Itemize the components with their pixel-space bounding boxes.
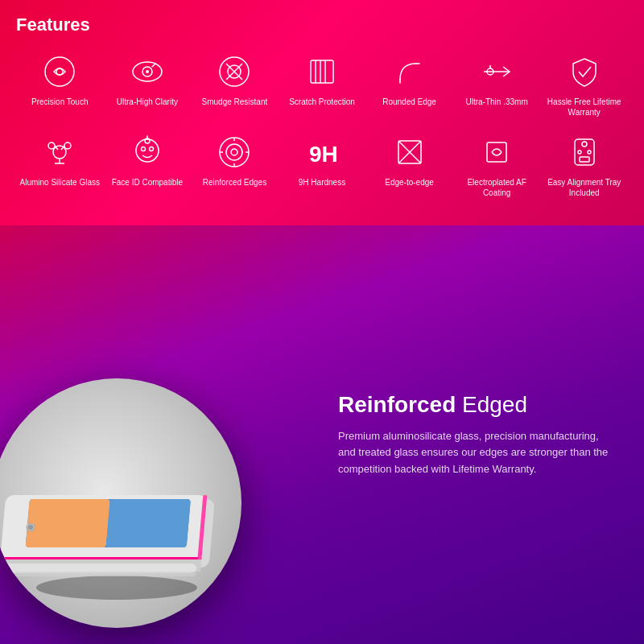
clarity-icon <box>127 52 167 92</box>
smudge-icon <box>214 52 254 92</box>
9h-label: 9H Hardness <box>299 177 345 188</box>
precision-touch-icon <box>39 52 80 92</box>
top-section: Features Precision Touch <box>0 0 644 225</box>
svg-point-23 <box>136 139 159 162</box>
svg-point-42 <box>588 151 591 154</box>
reinforced-label: Reinforced Edges <box>203 177 267 188</box>
reinforced-description: Premium aluminosilicate glass, precision… <box>338 428 612 478</box>
svg-text:9H: 9H <box>309 142 338 167</box>
svg-rect-38 <box>487 142 506 162</box>
glass-icon <box>39 132 80 172</box>
bottom-section: Reinforced Edged Premium aluminosilicate… <box>0 225 644 644</box>
clarity-label: Ultra-High Clarity <box>117 97 178 107</box>
svg-rect-48 <box>26 499 110 547</box>
tablet-side-svg <box>0 378 242 628</box>
feature-faceid: Face ID Compatible <box>104 129 192 201</box>
svg-point-16 <box>53 146 66 159</box>
feature-reinforced: Reinforced Edges <box>191 129 279 201</box>
main-container: Features Precision Touch <box>0 0 644 644</box>
svg-point-18 <box>64 142 71 149</box>
edge-label: Edge-to-edge <box>385 177 434 188</box>
features-title: Features <box>16 14 628 35</box>
warranty-icon <box>564 52 605 92</box>
features-grid-row1: Precision Touch Ultra-High Clarity <box>16 48 628 121</box>
feature-tray: Easy Alignment Tray Included <box>540 129 628 201</box>
rounded-icon <box>390 52 430 92</box>
reinforced-icon <box>214 132 254 172</box>
coating-icon <box>477 132 517 172</box>
warranty-label: Hassle Free Lifetime Warranty <box>542 97 626 118</box>
feature-rounded: Rounded Edge <box>365 48 453 121</box>
bottom-text-content: Reinforced Edged Premium aluminosilicate… <box>338 391 612 478</box>
coating-label: Electroplated AF Coating <box>455 177 539 198</box>
device-circle <box>0 378 242 628</box>
thin-label: Ultra-Thin .33mm <box>466 97 528 107</box>
svg-point-44 <box>36 576 197 600</box>
svg-rect-9 <box>311 60 333 83</box>
feature-9h: 9H 9H Hardness <box>279 129 366 201</box>
svg-point-1 <box>56 68 63 75</box>
svg-point-41 <box>578 151 581 154</box>
reinforced-heading: Reinforced Edged <box>338 391 612 419</box>
svg-point-40 <box>582 142 587 147</box>
svg-point-53 <box>28 525 33 530</box>
svg-point-0 <box>45 57 74 86</box>
svg-rect-49 <box>106 499 191 547</box>
svg-point-25 <box>149 147 153 151</box>
svg-rect-56 <box>0 572 196 576</box>
svg-point-17 <box>48 142 55 149</box>
9h-icon: 9H <box>302 132 342 172</box>
svg-rect-43 <box>580 157 589 162</box>
svg-point-4 <box>146 70 149 73</box>
svg-point-24 <box>141 147 145 151</box>
precision-touch-label: Precision Touch <box>31 97 88 107</box>
rounded-label: Rounded Edge <box>382 97 436 107</box>
reinforced-bold: Reinforced <box>338 392 456 417</box>
feature-coating: Electroplated AF Coating <box>453 129 541 201</box>
faceid-label: Face ID Compatible <box>112 177 183 188</box>
svg-point-29 <box>231 149 237 155</box>
svg-point-27 <box>220 138 249 167</box>
thin-icon <box>477 52 517 92</box>
feature-glass: Alumino Silicate Glass <box>16 129 104 201</box>
feature-clarity: Ultra-High Clarity <box>104 48 192 121</box>
faceid-icon <box>127 132 167 172</box>
reinforced-light: Edged <box>456 392 527 417</box>
feature-scratch: Scratch Protection <box>279 48 366 121</box>
feature-edge: Edge-to-edge <box>365 129 453 201</box>
feature-thin: Ultra-Thin .33mm <box>453 48 541 121</box>
features-grid-row2: Alumino Silicate Glass Face ID Compatibl… <box>16 129 628 201</box>
feature-warranty: Hassle Free Lifetime Warranty <box>540 48 628 121</box>
scratch-icon <box>302 52 342 92</box>
smudge-label: Smudge Resistant <box>202 97 268 107</box>
scratch-label: Scratch Protection <box>289 97 355 107</box>
feature-smudge: Smudge Resistant <box>191 48 279 121</box>
tray-icon <box>564 132 605 172</box>
tray-label: Easy Alignment Tray Included <box>542 177 626 198</box>
edge-icon <box>390 132 430 172</box>
svg-point-28 <box>226 144 242 160</box>
feature-precision-touch: Precision Touch <box>16 48 104 121</box>
glass-label: Alumino Silicate Glass <box>20 177 100 188</box>
